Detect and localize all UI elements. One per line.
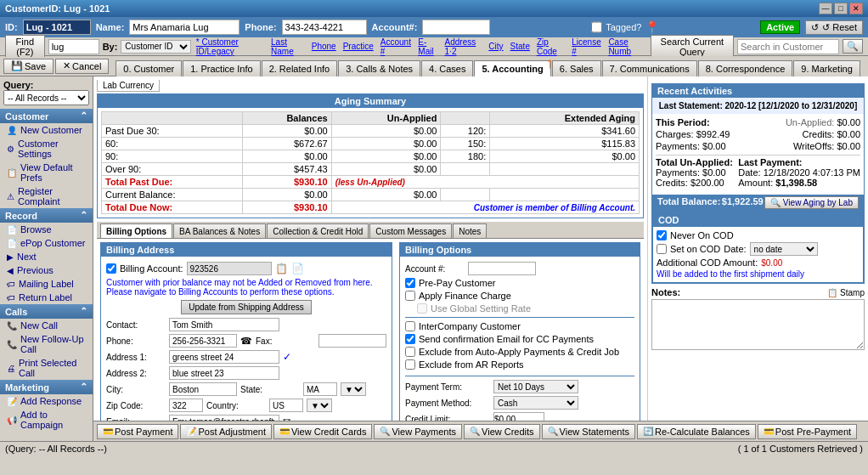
- search-go-button[interactable]: 🔍: [843, 39, 863, 54]
- state-input[interactable]: [303, 382, 337, 396]
- notes-textarea[interactable]: [651, 299, 865, 350]
- credit-limit-input[interactable]: [493, 412, 544, 421]
- tab-communications[interactable]: 7. Communications: [602, 60, 697, 76]
- search-opt-email[interactable]: E-Mail: [416, 37, 439, 56]
- country-input[interactable]: [269, 399, 303, 412]
- exclude-autopay-checkbox[interactable]: [405, 347, 415, 357]
- search-opt-state[interactable]: State: [509, 42, 532, 51]
- sidebar-record-header[interactable]: Record ⌃: [0, 208, 93, 223]
- zip-input[interactable]: [169, 399, 203, 412]
- prepay-checkbox[interactable]: [405, 278, 415, 288]
- view-credit-cards-btn[interactable]: 💳 View Credit Cards: [273, 424, 372, 439]
- set-on-cod-checkbox[interactable]: [657, 244, 667, 254]
- search-opt-account[interactable]: Account #: [379, 37, 414, 56]
- exclude-ar-checkbox[interactable]: [405, 359, 415, 370]
- find-button[interactable]: Find (F2): [5, 35, 45, 59]
- reset-button[interactable]: ↺ ↺ Reset: [805, 20, 863, 35]
- cod-date-select[interactable]: no date: [750, 242, 818, 256]
- search-opt-legacy[interactable]: * Customer ID/Legacy: [194, 37, 266, 56]
- close-btn[interactable]: ✕: [849, 3, 863, 14]
- sidebar-browse[interactable]: 📄 Browse: [0, 223, 93, 236]
- cancel-button[interactable]: ✕ Cancel: [55, 59, 109, 74]
- sidebar-add-campaign[interactable]: 📢 Add to Campaign: [0, 408, 93, 432]
- save-button[interactable]: 💾 Save: [3, 59, 54, 74]
- account-field[interactable]: [422, 20, 490, 35]
- fax-input[interactable]: [318, 334, 386, 348]
- name-field[interactable]: [129, 20, 240, 35]
- id-field[interactable]: [23, 20, 91, 35]
- tab-calls[interactable]: 3. Calls & Notes: [338, 60, 420, 76]
- sidebar-customer-settings[interactable]: ⚙ Customer Settings: [0, 137, 93, 161]
- search-opt-address[interactable]: Address 1·2: [443, 37, 484, 56]
- phone-input[interactable]: [169, 334, 237, 348]
- tab-practice[interactable]: 1. Practice Info: [183, 60, 260, 76]
- query-select[interactable]: -- All Records --: [3, 90, 89, 105]
- tab-accounting[interactable]: 5. Accounting ↑: [474, 60, 550, 76]
- sidebar-view-prefs[interactable]: 📋 View Default Prefs: [0, 161, 93, 184]
- sidebar-followup-call[interactable]: 📞 New Follow-Up Call: [0, 332, 93, 356]
- payment-method-select[interactable]: Cash: [493, 396, 578, 410]
- search-current-button[interactable]: Search Current Query: [651, 35, 734, 59]
- view-statements-btn[interactable]: 🔍 View Statements: [542, 424, 635, 439]
- search-opt-city[interactable]: City: [487, 42, 504, 51]
- sidebar-customer-header[interactable]: Customer ⌃: [0, 109, 93, 123]
- search-opt-lastname[interactable]: Last Name: [269, 37, 307, 56]
- sidebar-mailing-label[interactable]: 🏷 Mailing Label: [0, 277, 93, 291]
- search-opt-zip[interactable]: Zip Code: [535, 37, 566, 56]
- state-select[interactable]: ▼: [341, 382, 366, 396]
- search-input[interactable]: [48, 39, 99, 54]
- view-credits-btn[interactable]: 🔍 View Credits: [464, 424, 540, 439]
- phone-icon[interactable]: ☎: [240, 336, 252, 347]
- sidebar-register-complaint[interactable]: ⚠ Register Complaint: [0, 184, 93, 208]
- sidebar-previous[interactable]: ◀ Previous: [0, 263, 93, 277]
- sidebar-next[interactable]: ▶ Next: [0, 250, 93, 263]
- send-confirm-checkbox[interactable]: [405, 334, 415, 344]
- view-aging-button[interactable]: 🔍 View Aging by Lab: [764, 196, 859, 209]
- sub-tab-collection[interactable]: Collection & Credit Hold: [267, 223, 369, 238]
- never-on-cod-checkbox[interactable]: [657, 230, 667, 240]
- sidebar-calls-header[interactable]: Calls ⌃: [0, 304, 93, 319]
- payment-term-select[interactable]: Net 10 Days: [493, 380, 578, 393]
- tab-marketing[interactable]: 9. Marketing: [793, 60, 860, 76]
- sub-tab-custom-messages[interactable]: Custom Messages: [369, 223, 452, 238]
- post-adjustment-btn[interactable]: 📝 Post Adjustment: [180, 424, 272, 439]
- sub-tab-notes[interactable]: Notes: [453, 223, 487, 238]
- billing-account-checkbox[interactable]: [106, 263, 116, 274]
- intercompany-checkbox[interactable]: [405, 321, 415, 331]
- email-input[interactable]: [169, 415, 279, 421]
- recalculate-balances-btn[interactable]: 🔄 Re-Calculate Balances: [637, 424, 756, 439]
- tab-customer[interactable]: 0. Customer: [116, 60, 182, 76]
- update-shipping-btn[interactable]: Update from Shipping Address: [181, 300, 312, 314]
- search-opt-license[interactable]: License #: [570, 37, 603, 56]
- search-opt-practice[interactable]: Practice: [341, 42, 375, 51]
- view-payments-btn[interactable]: 🔍 View Payments: [374, 424, 462, 439]
- bo-account-input[interactable]: [468, 262, 536, 275]
- search-opt-case[interactable]: Case Numb: [606, 37, 646, 56]
- search-opt-phone[interactable]: Phone: [310, 42, 338, 51]
- tagged-checkbox[interactable]: [591, 20, 602, 35]
- billing-account-icon1[interactable]: 📋: [275, 263, 288, 274]
- stamp-button[interactable]: 📋 Stamp: [827, 288, 865, 297]
- search-customer-field[interactable]: [737, 39, 839, 54]
- tab-related[interactable]: 2. Related Info: [262, 60, 338, 76]
- by-select[interactable]: Customer ID: [121, 40, 190, 54]
- sub-tab-ba-balances[interactable]: BA Balances & Notes: [173, 223, 266, 238]
- post-payment-btn[interactable]: 💳 Post Payment: [97, 424, 178, 439]
- billing-account-input[interactable]: [187, 262, 272, 275]
- post-prepayment-btn[interactable]: 💳 Post Pre-Payment: [758, 424, 857, 439]
- sidebar-new-customer[interactable]: 👤 New Customer: [0, 123, 93, 137]
- sidebar-return-label[interactable]: 🏷 Return Label: [0, 291, 93, 304]
- phone-field[interactable]: [282, 20, 367, 35]
- country-select[interactable]: ▼: [307, 399, 332, 412]
- address1-input[interactable]: [169, 350, 279, 364]
- lab-currency-tab[interactable]: Lab Currency: [97, 80, 160, 92]
- maximize-btn[interactable]: □: [834, 3, 848, 14]
- contact-input[interactable]: [169, 318, 279, 331]
- city-input[interactable]: [169, 382, 237, 396]
- sidebar-new-call[interactable]: 📞 New Call: [0, 319, 93, 332]
- finance-checkbox[interactable]: [405, 291, 415, 301]
- minimize-btn[interactable]: —: [819, 3, 832, 14]
- sidebar-print-call[interactable]: 🖨 Print Selected Call: [0, 356, 93, 380]
- global-checkbox[interactable]: [417, 303, 427, 314]
- sidebar-epop[interactable]: 📄 ePop Customer: [0, 236, 93, 250]
